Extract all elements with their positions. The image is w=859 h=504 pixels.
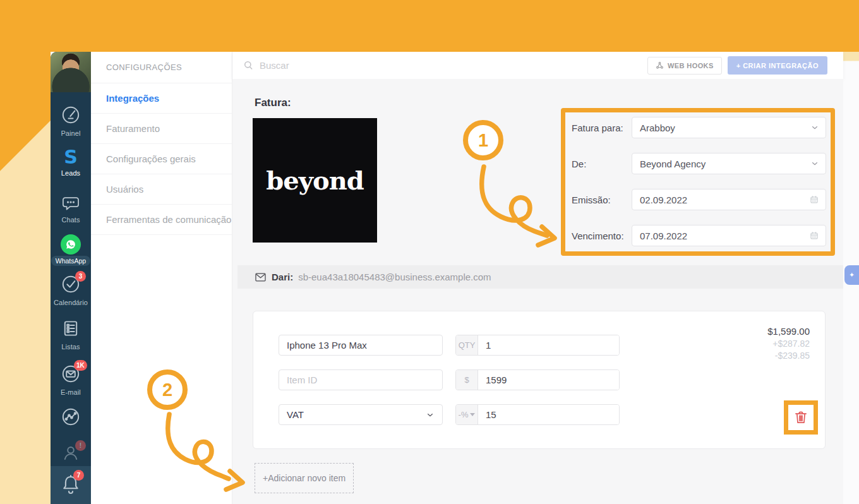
invoice-item-card: VAT QTY $ -% $1,59 bbox=[253, 311, 826, 449]
add-new-item-button[interactable]: +Adicionar novo item bbox=[255, 463, 354, 493]
de-select[interactable]: Beyond Agency bbox=[632, 153, 826, 174]
envelope-icon bbox=[255, 272, 267, 282]
sender-email-label: Dari: bbox=[272, 272, 293, 282]
email-badge: 1K bbox=[74, 360, 87, 371]
whatsapp-icon bbox=[61, 234, 81, 255]
calendar-icon bbox=[809, 231, 819, 241]
chevron-down-icon bbox=[810, 123, 819, 132]
settings-nav-header: CONFIGURAÇÕES bbox=[91, 52, 232, 83]
lists-icon bbox=[60, 318, 81, 339]
qty-prefix: QTY bbox=[456, 335, 478, 355]
field-label: Fatura para: bbox=[572, 123, 632, 133]
tax-prefix[interactable]: -% bbox=[456, 405, 478, 424]
main-content: Fatura: beyond Fatura para: Arabboy De: bbox=[232, 79, 843, 504]
sidebar-item-label: Painel bbox=[51, 129, 91, 137]
user-avatar[interactable] bbox=[51, 52, 91, 92]
alert-badge: ! bbox=[75, 440, 86, 451]
field-label: Emissão: bbox=[572, 195, 632, 205]
field-row-vencimento: Vencimento: 07.09.2022 bbox=[572, 225, 831, 246]
webhooks-button[interactable]: WEB HOOKS bbox=[647, 57, 722, 75]
search-input[interactable] bbox=[260, 60, 525, 71]
item-id-input[interactable] bbox=[279, 369, 443, 390]
settings-nav: CONFIGURAÇÕES Integrações Faturamento Co… bbox=[91, 52, 232, 504]
field-label: Vencimento: bbox=[572, 231, 632, 241]
quantity-field: QTY bbox=[455, 335, 620, 356]
sidebar-item-calendario[interactable]: 3 Calendário bbox=[51, 273, 91, 306]
delete-item-highlight-box bbox=[784, 400, 818, 435]
chevron-down-icon bbox=[426, 411, 435, 419]
bell-icon: 7 bbox=[59, 472, 82, 496]
nav-item-faturamento[interactable]: Faturamento bbox=[91, 114, 232, 144]
notifications-badge: 7 bbox=[73, 470, 84, 481]
sidebar-item-label: Leads bbox=[51, 169, 91, 177]
price-input[interactable] bbox=[478, 370, 619, 390]
item-total: $1,599.00 bbox=[767, 325, 810, 338]
leads-icon: S bbox=[60, 147, 81, 168]
calendar-check-icon: 3 bbox=[60, 273, 81, 295]
calendar-badge: 3 bbox=[75, 271, 86, 282]
background-band-left bbox=[0, 52, 51, 504]
quantity-input[interactable] bbox=[478, 335, 619, 355]
assistant-side-tab[interactable]: ✦ bbox=[844, 265, 859, 285]
item-discount: -$239.85 bbox=[767, 350, 810, 362]
sidebar-item-email[interactable]: 1K E-mail bbox=[51, 363, 91, 396]
sender-email-bar: Dari: sb-eua43a18045483@business.example… bbox=[237, 265, 843, 289]
price-field: $ bbox=[455, 369, 620, 390]
dropdown-triangle-icon bbox=[470, 413, 475, 416]
sidebar: Painel S Leads Chats WhatsApp bbox=[51, 52, 91, 504]
sidebar-item-listas[interactable]: Listas bbox=[51, 318, 91, 351]
sidebar-item-label: Calendário bbox=[51, 299, 91, 306]
tax-field: -% bbox=[455, 404, 620, 425]
nav-item-integracoes[interactable]: Integrações bbox=[91, 83, 232, 114]
sidebar-item-label: WhatsApp bbox=[51, 256, 90, 266]
topbar: WEB HOOKS + CRIAR INTEGRAÇÃO bbox=[232, 52, 843, 79]
background-band-top bbox=[0, 0, 859, 52]
company-logo-text: beyond bbox=[266, 165, 363, 195]
tax-value-input[interactable] bbox=[478, 405, 619, 424]
alert-icon: ! bbox=[60, 442, 81, 464]
field-row-de: De: Beyond Agency bbox=[572, 153, 831, 174]
sidebar-item-leads[interactable]: S Leads bbox=[51, 147, 91, 177]
app-window: Painel S Leads Chats WhatsApp bbox=[51, 52, 843, 504]
page: Painel S Leads Chats WhatsApp bbox=[0, 0, 859, 504]
sidebar-item-label: Chats bbox=[51, 216, 91, 224]
gauge-icon bbox=[60, 104, 81, 126]
nav-item-configuracoes-gerais[interactable]: Configurações gerais bbox=[91, 144, 232, 174]
field-row-fatura-para: Fatura para: Arabboy bbox=[572, 117, 831, 138]
emissao-date-input[interactable]: 02.09.2022 bbox=[632, 189, 826, 210]
vencimento-date-input[interactable]: 07.09.2022 bbox=[632, 225, 826, 246]
sidebar-item-label: E-mail bbox=[51, 388, 91, 396]
invoice-fields-highlight-box: Fatura para: Arabboy De: Beyond Agency bbox=[561, 108, 835, 256]
tax-type-select[interactable]: VAT bbox=[279, 404, 443, 425]
company-logo: beyond bbox=[253, 118, 377, 243]
field-label: De: bbox=[572, 159, 632, 169]
stats-icon bbox=[60, 406, 81, 428]
nav-item-ferramentas[interactable]: Ferramentas de comunicação bbox=[91, 205, 232, 235]
sidebar-item-alert[interactable]: ! bbox=[51, 442, 91, 466]
sidebar-item-chats[interactable]: Chats bbox=[51, 195, 91, 224]
create-integration-button[interactable]: + CRIAR INTEGRAÇÃO bbox=[728, 56, 827, 75]
chat-icon bbox=[60, 195, 81, 212]
sparkle-icon: ✦ bbox=[849, 271, 855, 279]
invoice-title: Fatura: bbox=[255, 97, 291, 109]
chevron-down-icon bbox=[810, 159, 819, 168]
item-totals: $1,599.00 +$287.82 -$239.85 bbox=[767, 325, 810, 362]
field-row-emissao: Emissão: 02.09.2022 bbox=[572, 189, 831, 210]
nav-item-usuarios[interactable]: Usuários bbox=[91, 174, 232, 205]
sidebar-item-notifications[interactable]: 7 bbox=[51, 466, 91, 504]
item-tax-amount: +$287.82 bbox=[767, 338, 810, 350]
search-icon bbox=[243, 59, 255, 71]
webhook-icon bbox=[656, 61, 664, 69]
currency-prefix: $ bbox=[456, 370, 478, 390]
trash-icon[interactable] bbox=[793, 409, 809, 426]
calendar-icon bbox=[809, 195, 819, 205]
fatura-para-select[interactable]: Arabboy bbox=[632, 117, 826, 138]
item-name-input[interactable] bbox=[279, 335, 443, 356]
search-bar bbox=[243, 59, 647, 71]
sender-email-value: sb-eua43a18045483@business.example.com bbox=[298, 272, 491, 282]
sidebar-item-whatsapp[interactable]: WhatsApp bbox=[51, 234, 91, 266]
sidebar-item-estatisticas[interactable] bbox=[51, 406, 91, 431]
sidebar-item-painel[interactable]: Painel bbox=[51, 104, 91, 137]
sidebar-item-label: Listas bbox=[51, 343, 91, 351]
mail-icon: 1K bbox=[60, 363, 81, 385]
